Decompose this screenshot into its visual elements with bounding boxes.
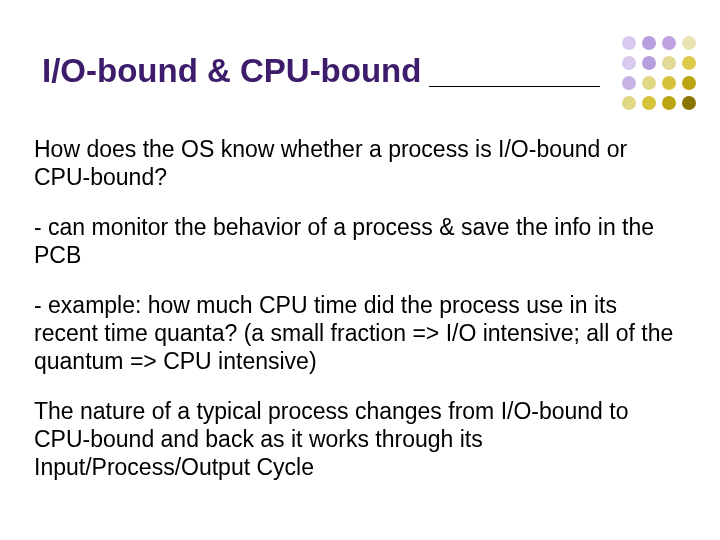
dot-icon xyxy=(622,96,636,110)
decorative-dot-grid xyxy=(622,36,696,110)
dot-icon xyxy=(622,76,636,90)
dot-icon xyxy=(682,76,696,90)
paragraph: - example: how much CPU time did the pro… xyxy=(34,291,686,375)
dot-icon xyxy=(642,36,656,50)
dot-icon xyxy=(682,96,696,110)
paragraph: How does the OS know whether a process i… xyxy=(34,135,686,191)
paragraph: The nature of a typical process changes … xyxy=(34,397,686,481)
title-underline xyxy=(429,86,600,87)
paragraph: - can monitor the behavior of a process … xyxy=(34,213,686,269)
dot-icon xyxy=(662,96,676,110)
dot-icon xyxy=(642,96,656,110)
dot-icon xyxy=(682,56,696,70)
dot-icon xyxy=(642,56,656,70)
dot-icon xyxy=(682,36,696,50)
dot-icon xyxy=(662,36,676,50)
dot-icon xyxy=(662,76,676,90)
slide-body: How does the OS know whether a process i… xyxy=(34,135,686,481)
dot-icon xyxy=(662,56,676,70)
title-row: I/O-bound & CPU-bound xyxy=(42,52,720,90)
dot-icon xyxy=(622,56,636,70)
dot-icon xyxy=(642,76,656,90)
dot-icon xyxy=(622,36,636,50)
slide-title: I/O-bound & CPU-bound xyxy=(42,52,421,90)
